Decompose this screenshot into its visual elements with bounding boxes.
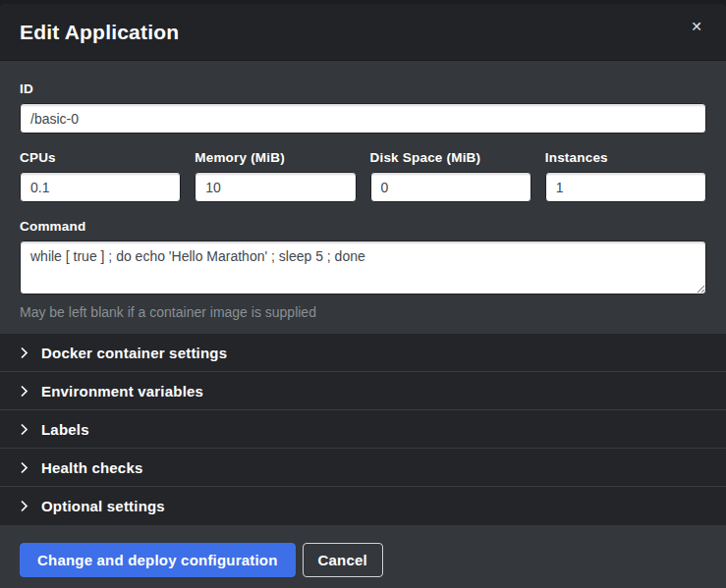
chevron-right-icon: [20, 423, 28, 436]
section-docker-container-settings[interactable]: Docker container settings: [0, 334, 726, 372]
section-environment-variables[interactable]: Environment variables: [0, 372, 726, 410]
edit-application-modal: Edit Application ✕ ID CPUs Memory (MiB) …: [0, 4, 726, 588]
chevron-right-icon: [20, 385, 28, 398]
section-label: Docker container settings: [41, 345, 227, 361]
cancel-button[interactable]: Cancel: [303, 543, 383, 577]
id-input[interactable]: [20, 103, 706, 134]
instances-input[interactable]: [545, 172, 706, 202]
command-help-text: May be left blank if a container image i…: [20, 304, 706, 320]
section-label: Optional settings: [41, 498, 165, 514]
command-label: Command: [20, 219, 706, 234]
chevron-right-icon: [20, 347, 28, 359]
id-label: ID: [20, 81, 706, 96]
resources-row: CPUs Memory (MiB) Disk Space (MiB) Insta…: [20, 150, 706, 202]
memory-label: Memory (MiB): [195, 150, 356, 165]
accordion-sections: Docker container settings Environment va…: [0, 334, 726, 525]
instances-label: Instances: [545, 150, 706, 165]
section-label: Health checks: [41, 459, 142, 476]
section-optional-settings[interactable]: Optional settings: [0, 487, 726, 525]
modal-header: Edit Application ✕: [0, 4, 726, 61]
cpus-field-group: CPUs: [20, 150, 181, 202]
chevron-right-icon: [20, 461, 28, 474]
cpus-label: CPUs: [20, 150, 181, 165]
change-and-deploy-button[interactable]: Change and deploy configuration: [20, 543, 296, 577]
section-label: Labels: [41, 421, 89, 438]
command-textarea[interactable]: while [ true ] ; do echo 'Hello Marathon…: [20, 241, 706, 294]
instances-field-group: Instances: [545, 150, 706, 202]
modal-title: Edit Application: [20, 21, 179, 44]
modal-footer: Change and deploy configuration Cancel: [0, 525, 726, 588]
section-label: Environment variables: [41, 383, 203, 400]
disk-field-group: Disk Space (MiB): [370, 150, 531, 202]
disk-input[interactable]: [370, 172, 531, 202]
id-field-group: ID: [20, 81, 706, 134]
memory-input[interactable]: [195, 172, 356, 202]
section-labels[interactable]: Labels: [0, 410, 726, 449]
modal-body: ID CPUs Memory (MiB) Disk Space (MiB) In: [0, 61, 726, 334]
section-health-checks[interactable]: Health checks: [0, 449, 726, 487]
command-field-group: Command while [ true ] ; do echo 'Hello …: [20, 219, 706, 320]
page-backdrop: Edit Application ✕ ID CPUs Memory (MiB) …: [0, 0, 726, 588]
memory-field-group: Memory (MiB): [195, 150, 356, 202]
cpus-input[interactable]: [20, 172, 181, 202]
chevron-right-icon: [20, 500, 28, 512]
disk-label: Disk Space (MiB): [370, 150, 531, 165]
close-icon[interactable]: ✕: [687, 16, 706, 37]
